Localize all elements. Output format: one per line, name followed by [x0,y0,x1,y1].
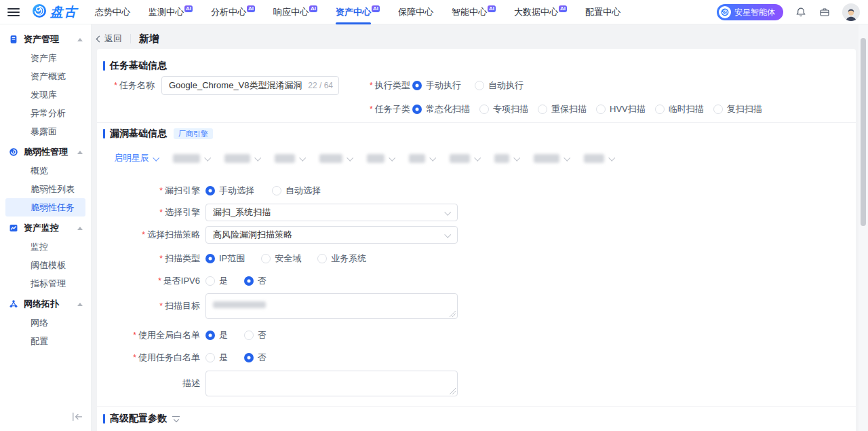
vendor-dropdown-blurred[interactable] [173,154,210,163]
sidebar-item-network-config[interactable]: 配置 [5,332,85,350]
radio-label: 复扫扫描 [727,103,762,115]
radio-label: 否 [258,352,267,364]
radio-unselected-icon [272,186,281,195]
radio-routine-scan[interactable]: 常态化扫描 [412,103,470,115]
description-textarea[interactable] [205,371,458,396]
sidebar-item-discovery-library[interactable]: 发现库 [5,86,85,104]
ai-badge: AI [372,5,380,12]
blurred-text [224,154,250,163]
tab-asset-center[interactable]: 资产中心AI [336,0,380,24]
sidebar-collapse-icon[interactable] [72,412,83,424]
sidebar-item-network[interactable]: 网络 [5,314,85,332]
vendor-dropdown-blurred[interactable] [409,154,435,163]
scrollbar-thumb[interactable] [861,38,866,226]
radio-rescan-scan[interactable]: 复扫扫描 [713,103,762,115]
radio-unselected-icon [538,105,547,114]
asset-monitoring-icon [8,223,19,233]
sidebar-item-vuln-overview[interactable]: 概览 [5,162,85,180]
sidebar-item-asset-library[interactable]: 资产库 [5,49,85,67]
section-task-basic-info: 任务基础信息 [103,60,167,72]
vendor-dropdown-blurred[interactable] [494,154,519,163]
radio-task-whitelist-no[interactable]: 否 [244,352,267,364]
sidebar-item-anomaly-analysis[interactable]: 异常分析 [5,104,85,122]
sidebar-group-network-topology: 网络拓扑 网络 配置 [0,295,91,350]
task-name-input[interactable]: Google_Chrome_V8类型混淆漏洞 22 / 64 [161,76,339,95]
sidebar-item-vulnerability-list[interactable]: 脆弱性列表 [5,180,85,198]
radio-unselected-icon [655,105,665,114]
radio-task-whitelist-yes[interactable]: 是 [205,352,228,364]
vendor-dropdown-blurred[interactable] [367,154,394,163]
radio-business-system[interactable]: 业务系统 [317,252,366,265]
radio-global-whitelist-no[interactable]: 否 [244,329,267,341]
notification-bell-icon[interactable] [795,6,807,18]
vendor-dropdown-blurred[interactable] [275,154,304,163]
engine-select-label: 选择引擎 [97,206,200,219]
tab-monitor-center[interactable]: 监测中心AI [149,0,193,24]
hamburger-menu-icon[interactable] [7,8,20,16]
tab-situation-center[interactable]: 态势中心 [95,0,130,24]
vendor-dropdown-blurred[interactable] [319,154,352,163]
expand-section-icon[interactable] [172,415,180,423]
section-bar [103,129,105,138]
vendor-dropdown-blurred[interactable] [450,154,479,163]
network-topology-icon [8,299,19,310]
radio-ipv6-no[interactable]: 否 [244,275,267,287]
scan-target-label: 扫描目标 [97,300,200,312]
radio-temporary-scan[interactable]: 临时扫描 [655,103,704,115]
sidebar-item-threshold-templates[interactable]: 阈值模板 [5,256,85,274]
tab-intelligence-center[interactable]: 智能中心AI [452,0,496,24]
sidebar-group-title-network-topology[interactable]: 网络拓扑 [0,295,91,314]
policy-select-dropdown[interactable]: 高风险漏洞扫描策略 [205,226,458,244]
user-avatar[interactable] [842,3,860,21]
engine-select-dropdown[interactable]: 漏扫_系统扫描 [205,204,458,221]
vendor-dropdown-blurred[interactable] [534,154,569,163]
section-divider [97,122,856,123]
task-subtype-radio-group: 常态化扫描 专项扫描 重保扫描 HVV扫描 临时扫描 复扫扫描 [412,103,762,115]
scan-target-textarea[interactable] [205,293,458,319]
tab-assurance-center[interactable]: 保障中心 [398,0,433,24]
radio-ip-range[interactable]: IP范围 [205,252,245,265]
radio-auto-select[interactable]: 自动选择 [272,185,321,197]
sidebar-item-exposure-surface[interactable]: 暴露面 [5,122,85,140]
radio-unselected-icon [317,254,327,263]
nav-label: 响应中心 [273,7,309,17]
scrollbar-track[interactable] [859,24,868,431]
logo-text: 盘古 [50,3,77,21]
radio-hvv-scan[interactable]: HVV扫描 [596,103,646,115]
sidebar-group-title-vulnerability-management[interactable]: 脆弱性管理 [0,143,91,162]
sidebar-item-vulnerability-tasks[interactable]: 脆弱性任务 [5,198,85,217]
ai-badge: AI [184,5,193,12]
vendor-dropdown-blurred[interactable] [584,154,614,163]
radio-unselected-icon [205,276,215,286]
radio-key-protection-scan[interactable]: 重保扫描 [538,103,587,115]
sidebar-group-title-asset-management[interactable]: 资产管理 [0,30,91,49]
tab-response-center[interactable]: 响应中心AI [273,0,317,24]
blurred-text [275,154,295,163]
radio-security-domain[interactable]: 安全域 [261,252,301,265]
nav-label: 监测中心 [149,7,184,17]
header-divider [130,34,131,43]
ai-assistant-button[interactable]: 安星智能体 [717,4,783,20]
radio-label: 临时扫描 [669,103,704,115]
tab-analysis-center[interactable]: 分析中心AI [211,0,255,24]
exec-type-label: 执行类型 [370,79,407,92]
toolbox-icon[interactable] [818,6,831,18]
vendor-dropdown-qimingxingchen[interactable]: 启明星辰 [114,152,158,164]
tab-bigdata-center[interactable]: 大数据中心AI [514,0,567,24]
vendor-dropdown-blurred[interactable] [224,154,260,163]
sidebar-item-asset-overview[interactable]: 资产概览 [5,67,85,86]
radio-ipv6-yes[interactable]: 是 [205,275,228,287]
tab-config-center[interactable]: 配置中心 [585,0,620,24]
radio-special-scan[interactable]: 专项扫描 [479,103,528,115]
chevron-up-icon [77,303,83,306]
blurred-text [173,154,200,163]
scan-target-row: 扫描目标 [97,293,458,319]
radio-global-whitelist-yes[interactable]: 是 [205,329,228,341]
sidebar-group-title-asset-monitoring[interactable]: 资产监控 [0,219,91,238]
sidebar-item-metric-management[interactable]: 指标管理 [5,274,85,293]
sidebar-item-monitoring[interactable]: 监控 [5,238,85,256]
radio-auto-exec[interactable]: 自动执行 [475,79,524,92]
radio-manual-exec[interactable]: 手动执行 [412,79,461,92]
back-button[interactable]: 返回 [97,33,122,45]
radio-manual-select[interactable]: 手动选择 [205,185,254,197]
